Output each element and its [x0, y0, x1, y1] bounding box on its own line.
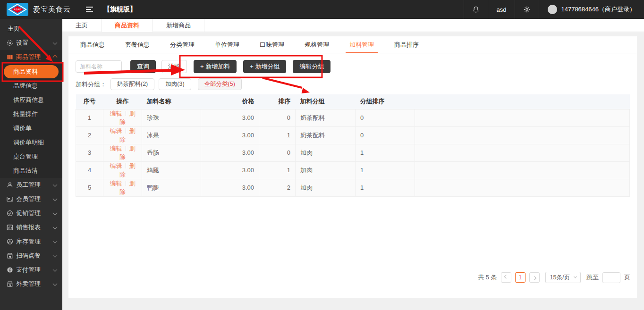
sidebar-item-soldout-mgmt[interactable]: 商品沽清 [0, 164, 62, 178]
add-addon-button[interactable]: + 新增加料 [194, 60, 237, 73]
divider [126, 111, 126, 116]
sidebar-item-promo-mgmt[interactable]: 促销管理 [0, 206, 62, 220]
toolbar: 查询 清除 + 新增加料 + 新增分组 编辑分组 [76, 60, 637, 73]
next-page-button[interactable] [529, 272, 540, 283]
sidebar-item-home[interactable]: 主页 [0, 22, 62, 36]
page-unit-label: 页 [624, 273, 630, 282]
subtab-category-mgmt[interactable]: 分类管理 [166, 36, 198, 53]
pay-circle-icon [7, 267, 13, 273]
person-icon [7, 182, 13, 188]
subtab-goods-sort[interactable]: 商品排序 [390, 36, 423, 53]
storefront-icon [7, 252, 13, 259]
edit-link[interactable]: 编辑 [110, 162, 122, 169]
col-empty [415, 94, 630, 109]
gear-icon [524, 6, 530, 13]
add-group-button[interactable]: + 新增分组 [243, 60, 286, 73]
divider [126, 163, 126, 168]
col-addon-name: 加料名称 [142, 94, 201, 109]
sidebar-item-staff-mgmt[interactable]: 员工管理 [0, 178, 62, 192]
subtab-combo-info[interactable]: 套餐信息 [121, 36, 153, 53]
sidebar-item-settings[interactable]: 设置 [0, 36, 62, 50]
topbar: AIBAO 爱宝美食云 【旗舰版】 asd 14778684646（商户登录） [0, 0, 644, 19]
edit-link[interactable]: 编辑 [110, 180, 122, 187]
subtab-addon-mgmt[interactable]: 加料管理 [346, 36, 378, 53]
table-row: 2 编辑删除 冰果 3.00 1 奶茶配料 0 [76, 126, 630, 144]
sidebar-item-price-adjust-detail[interactable]: 调价单明细 [0, 135, 62, 150]
subtab-spec-mgmt[interactable]: 规格管理 [301, 36, 333, 53]
query-button[interactable]: 查询 [130, 60, 156, 73]
jump-page-input[interactable] [602, 272, 620, 283]
check-circle-icon [7, 210, 13, 217]
sidebar: 主页 设置 商品管理 商品资料 品牌信息 供应商信息 批量操作 调价单 调价单明… [0, 19, 62, 310]
chevron-down-icon [53, 253, 58, 258]
settings-button[interactable] [515, 0, 539, 19]
chevron-down-icon [53, 225, 58, 229]
sidebar-item-scan-order[interactable]: 扫码点餐 [0, 249, 62, 263]
svg-text:AIBAO: AIBAO [14, 8, 21, 11]
prev-page-button[interactable] [501, 272, 511, 283]
chevron-down-icon [53, 196, 58, 201]
brand-title: 爱宝美食云 [33, 5, 71, 14]
sidebar-item-sales-report[interactable]: 销售报表 [0, 220, 62, 235]
table-row: 3 编辑删除 香肠 3.00 0 加肉 1 [76, 144, 630, 161]
table-row: 4 编辑删除 鸡腿 3.00 1 加肉 1 [76, 161, 630, 179]
jump-label: 跳至 [586, 273, 599, 282]
chevron-down-icon [53, 40, 58, 45]
sidebar-item-payment-mgmt[interactable]: 支付管理 [0, 263, 62, 277]
sidebar-item-takeout-mgmt[interactable]: 外卖管理 [0, 277, 62, 291]
subtab-goods-info[interactable]: 商品信息 [76, 36, 109, 53]
bar-chart-icon [7, 224, 13, 231]
sidebar-item-stock-mgmt[interactable]: 库存管理 [0, 235, 62, 249]
col-group-sort: 分组排序 [356, 94, 415, 109]
pie-chart-icon [7, 238, 13, 245]
chip-add-meat[interactable]: 加肉(3) [159, 78, 191, 90]
edit-link[interactable]: 编辑 [110, 110, 122, 117]
account-label: 14778684646（商户登录） [561, 5, 636, 14]
filter-label: 加料分组： [76, 80, 106, 89]
col-price: 价格 [201, 94, 259, 109]
sidebar-item-brand-info[interactable]: 品牌信息 [0, 79, 62, 93]
chevron-right-icon [532, 276, 536, 280]
page-tabs: 主页 商品资料 新增商品 [62, 19, 644, 32]
chip-all-categories[interactable]: 全部分类(5) [198, 78, 242, 90]
sidebar-item-supplier-info[interactable]: 供应商信息 [0, 93, 62, 107]
member-card-icon [7, 196, 13, 202]
edit-group-button[interactable]: 编辑分组 [293, 60, 330, 73]
col-no: 序号 [76, 94, 103, 109]
sidebar-item-member-mgmt[interactable]: 会员管理 [0, 192, 62, 206]
tab-new-goods[interactable]: 新增商品 [153, 19, 204, 32]
chip-milktea-addons[interactable]: 奶茶配料(2) [110, 78, 154, 90]
collapse-menu-icon[interactable] [86, 7, 93, 12]
chevron-down-icon [53, 210, 58, 215]
chevron-left-icon [504, 275, 508, 278]
goods-icon [7, 54, 13, 60]
store-name[interactable]: asd [488, 0, 515, 19]
col-sort: 排序 [259, 94, 296, 109]
addon-name-input[interactable] [76, 60, 122, 73]
subtab-flavor-mgmt[interactable]: 口味管理 [256, 36, 288, 53]
chevron-down-icon [53, 239, 58, 243]
divider [126, 181, 126, 186]
tab-goods-info[interactable]: 商品资料 [102, 19, 153, 32]
sidebar-item-table-mgmt[interactable]: 桌台管理 [0, 150, 62, 164]
storefront-icon [7, 281, 13, 287]
chevron-down-icon [574, 275, 577, 278]
divider [126, 146, 126, 151]
page-1-button[interactable]: 1 [515, 272, 525, 283]
chevron-down-icon [53, 182, 58, 187]
sidebar-item-price-adjust[interactable]: 调价单 [0, 121, 62, 135]
subtab-unit-mgmt[interactable]: 单位管理 [211, 36, 243, 53]
page-size-select[interactable]: 15条/页 [545, 272, 581, 283]
table-row: 5 编辑删除 鸭腿 3.00 2 加肉 1 [76, 179, 630, 196]
tab-home[interactable]: 主页 [62, 19, 102, 32]
main-area: 主页 商品资料 新增商品 商品信息 套餐信息 分类管理 单位管理 口味管理 规格… [62, 19, 644, 310]
sidebar-item-goods-mgmt[interactable]: 商品管理 [0, 50, 62, 64]
edit-link[interactable]: 编辑 [110, 145, 122, 152]
edition-label: 【旗舰版】 [103, 5, 136, 14]
sidebar-item-goods-info-active[interactable]: 商品资料 [4, 65, 59, 78]
edit-link[interactable]: 编辑 [110, 127, 122, 134]
clear-button[interactable]: 清除 [161, 60, 187, 73]
account-menu[interactable]: 14778684646（商户登录） [539, 0, 644, 19]
sidebar-item-batch-ops[interactable]: 批量操作 [0, 107, 62, 121]
notification-button[interactable] [464, 0, 488, 19]
